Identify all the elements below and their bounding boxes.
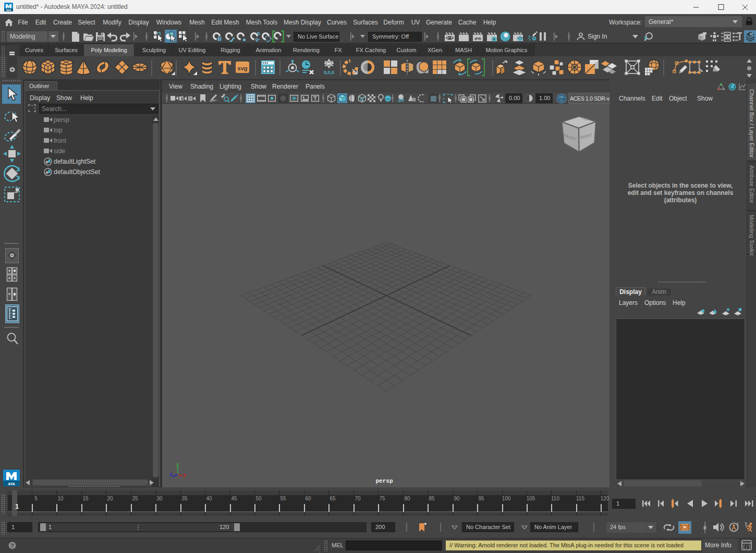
svg-text:y: y bbox=[176, 462, 179, 468]
svg-text:x: x bbox=[183, 472, 186, 478]
svg-text:z: z bbox=[170, 472, 173, 477]
svg-text:{;}: {;} bbox=[742, 545, 751, 550]
svg-text:?: ? bbox=[10, 543, 14, 549]
